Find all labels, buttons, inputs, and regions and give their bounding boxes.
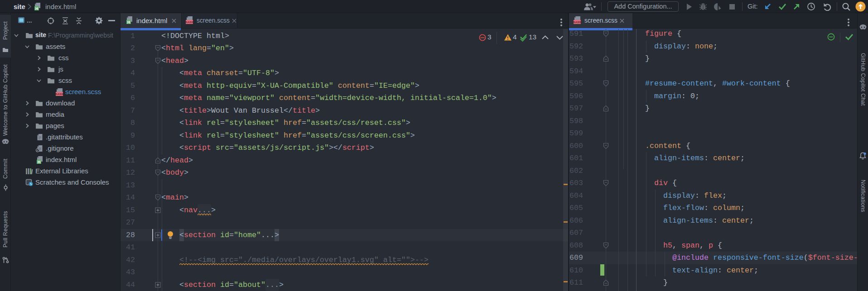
svg-text:H: H bbox=[127, 20, 130, 24]
svg-text:SASS: SASS bbox=[56, 92, 63, 95]
svg-text:H: H bbox=[38, 159, 40, 164]
svg-text:SASS: SASS bbox=[186, 20, 193, 24]
svg-text:SASS: SASS bbox=[574, 20, 581, 24]
svg-text:H: H bbox=[35, 6, 38, 11]
